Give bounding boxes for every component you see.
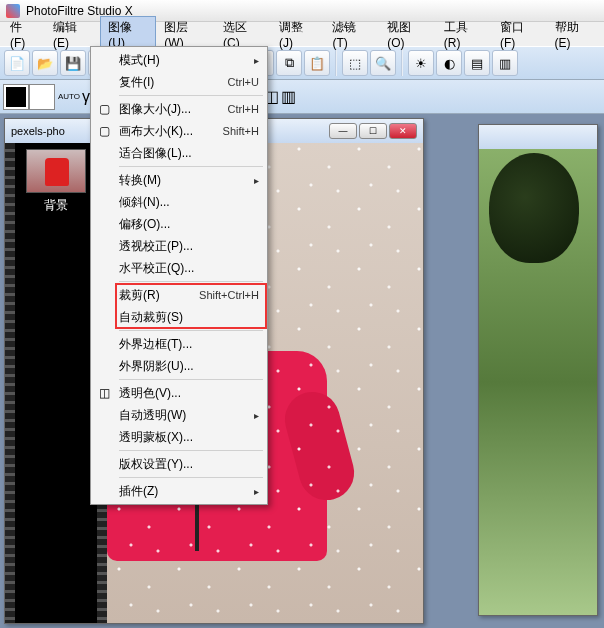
explorer-icon[interactable]: ▥ xyxy=(492,50,518,76)
layers-icon[interactable]: ▤ xyxy=(464,50,490,76)
menu-item[interactable]: 自动透明(W) xyxy=(91,404,267,426)
menu-separator xyxy=(119,379,263,380)
doc1-title: pexels-pho xyxy=(11,125,65,137)
menu-item-label: 偏移(O)... xyxy=(119,216,170,233)
brightness-icon[interactable]: ☀ xyxy=(408,50,434,76)
menu-item-label: 转换(M) xyxy=(119,172,161,189)
menu-item[interactable]: 水平校正(Q)... xyxy=(91,257,267,279)
menu-item[interactable]: 外界边框(T)... xyxy=(91,333,267,355)
menu-item-label: 适合图像(L)... xyxy=(119,145,192,162)
fg-color-swatch[interactable] xyxy=(4,85,28,109)
menu-item[interactable]: 透视校正(P)... xyxy=(91,235,267,257)
menu-item-label: 外界边框(T)... xyxy=(119,336,192,353)
texture6-icon[interactable]: ▥ xyxy=(281,87,296,106)
menu-shortcut: Shift+H xyxy=(223,125,259,137)
menu-item-label: 透视校正(P)... xyxy=(119,238,193,255)
menu-item[interactable]: ▢画布大小(K)...Shift+H xyxy=(91,120,267,142)
menu-item[interactable]: 模式(H) xyxy=(91,49,267,71)
menu-shortcut: Ctrl+U xyxy=(228,76,259,88)
menu-item[interactable]: 倾斜(N)... xyxy=(91,191,267,213)
menu-item-label: 自动透明(W) xyxy=(119,407,186,424)
menu-item[interactable]: 自动裁剪(S) xyxy=(91,306,267,328)
menu-separator xyxy=(119,166,263,167)
menu-item[interactable]: 裁剪(R)Shift+Ctrl+H xyxy=(91,284,267,306)
contrast-icon[interactable]: ◐ xyxy=(436,50,462,76)
menu-shortcut: Ctrl+H xyxy=(228,103,259,115)
image-size-icon[interactable]: ⬚ xyxy=(342,50,368,76)
image-menu-dropdown: 模式(H)复件(I)Ctrl+U▢图像大小(J)...Ctrl+H▢画布大小(K… xyxy=(90,46,268,505)
open-icon[interactable]: 📂 xyxy=(32,50,58,76)
menu-item-label: 水平校正(Q)... xyxy=(119,260,194,277)
menu-item-label: 倾斜(N)... xyxy=(119,194,170,211)
menubar: 件(F)编辑(E)图像(U)图层(W)选区(C)调整(J)滤镜(T)视图(O)工… xyxy=(0,22,604,46)
menu-item[interactable]: ◫透明色(V)... xyxy=(91,382,267,404)
close-button[interactable]: ✕ xyxy=(389,123,417,139)
menu-item[interactable]: 偏移(O)... xyxy=(91,213,267,235)
menu-item-label: 外界阴影(U)... xyxy=(119,358,194,375)
doc2-titlebar[interactable] xyxy=(479,125,597,149)
menu-item[interactable]: 调整(J) xyxy=(271,16,324,53)
save-icon[interactable]: 💾 xyxy=(60,50,86,76)
menu-item-label: 透明蒙板(X)... xyxy=(119,429,193,446)
menu-item[interactable]: ▢图像大小(J)...Ctrl+H xyxy=(91,98,267,120)
layer-label: 背景 xyxy=(44,197,68,214)
menu-item[interactable]: 透明蒙板(X)... xyxy=(91,426,267,448)
maximize-button[interactable]: ☐ xyxy=(359,123,387,139)
menu-item-label: 裁剪(R) xyxy=(119,287,160,304)
menu-separator xyxy=(119,95,263,96)
copy-icon[interactable]: ⧉ xyxy=(276,50,302,76)
doc2-canvas[interactable] xyxy=(479,149,597,615)
zoom-icon[interactable]: 🔍 xyxy=(370,50,396,76)
menu-separator xyxy=(119,281,263,282)
menu-item-label: 透明色(V)... xyxy=(119,385,181,402)
transparency-icon: ◫ xyxy=(95,384,113,402)
menu-item-label: 版权设置(Y)... xyxy=(119,456,193,473)
menu-item-label: 画布大小(K)... xyxy=(119,123,193,140)
menu-item[interactable]: 窗口(F) xyxy=(492,16,547,53)
image-size-icon: ▢ xyxy=(95,100,113,118)
menu-item[interactable]: 插件(Z) xyxy=(91,480,267,502)
menu-item[interactable]: 版权设置(Y)... xyxy=(91,453,267,475)
menu-item[interactable]: 滤镜(T) xyxy=(324,16,379,53)
layer-panel[interactable]: 背景 xyxy=(15,143,97,623)
auto-icon[interactable]: AUTO xyxy=(58,92,80,101)
menu-item-label: 插件(Z) xyxy=(119,483,158,500)
menu-item[interactable]: 工具(R) xyxy=(436,16,492,53)
menu-item-label: 复件(I) xyxy=(119,74,154,91)
menu-separator xyxy=(119,450,263,451)
menu-item[interactable]: 帮助(E) xyxy=(547,16,602,53)
filmstrip-left xyxy=(5,143,15,623)
menu-separator xyxy=(119,330,263,331)
paste-icon[interactable]: 📋 xyxy=(304,50,330,76)
layer-thumbnail[interactable] xyxy=(26,149,86,193)
menu-item[interactable]: 件(F) xyxy=(2,16,45,53)
new-icon[interactable]: 📄 xyxy=(4,50,30,76)
menu-item-label: 自动裁剪(S) xyxy=(119,309,183,326)
menu-item[interactable]: 视图(O) xyxy=(379,16,436,53)
minimize-button[interactable]: — xyxy=(329,123,357,139)
document-window-2[interactable] xyxy=(478,124,598,616)
menu-item-label: 模式(H) xyxy=(119,52,160,69)
menu-item[interactable]: 复件(I)Ctrl+U xyxy=(91,71,267,93)
menu-separator xyxy=(119,477,263,478)
menu-item[interactable]: 转换(M) xyxy=(91,169,267,191)
canvas-size-icon: ▢ xyxy=(95,122,113,140)
menu-item[interactable]: 适合图像(L)... xyxy=(91,142,267,164)
tree-image-content xyxy=(489,153,579,263)
bg-color-swatch[interactable] xyxy=(30,85,54,109)
menu-item[interactable]: 外界阴影(U)... xyxy=(91,355,267,377)
menu-item-label: 图像大小(J)... xyxy=(119,101,191,118)
menu-shortcut: Shift+Ctrl+H xyxy=(199,289,259,301)
